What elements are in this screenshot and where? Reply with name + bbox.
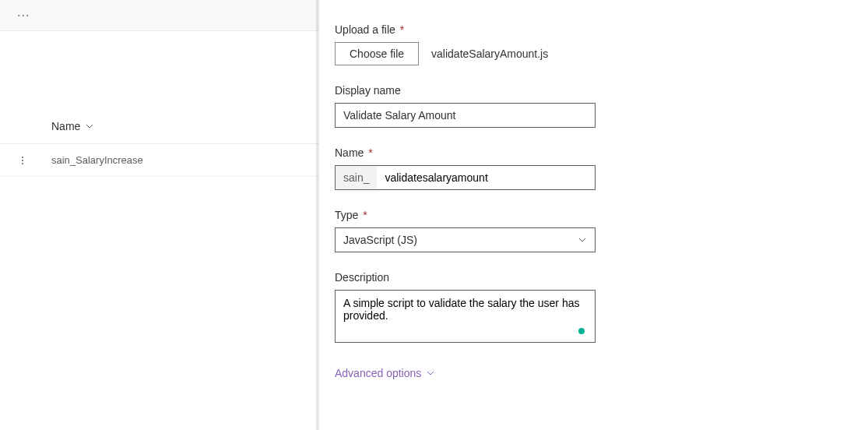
description-textarea[interactable] xyxy=(335,290,596,343)
display-name-field: Display name xyxy=(335,84,596,128)
type-field: Type * JavaScript (JS) xyxy=(335,209,596,252)
column-header-name[interactable]: Name xyxy=(0,109,319,144)
name-input[interactable] xyxy=(377,166,595,189)
required-marker: * xyxy=(363,209,367,221)
required-marker: * xyxy=(400,23,404,36)
upload-field: Upload a file * Choose file validateSala… xyxy=(335,23,596,65)
background-list-panel: ··· Name sain_SalaryIncrease xyxy=(0,0,319,430)
chevron-down-icon xyxy=(85,122,94,131)
description-field: Description xyxy=(335,271,596,345)
table-row[interactable]: sain_SalaryIncrease xyxy=(0,144,319,177)
svg-point-2 xyxy=(22,163,23,164)
type-selected-value: JavaScript (JS) xyxy=(343,234,417,246)
advanced-options-label: Advanced options xyxy=(335,367,421,379)
side-panel: Upload a file * Choose file validateSala… xyxy=(319,0,868,430)
name-field: Name * sain_ xyxy=(335,146,596,190)
row-more-button[interactable] xyxy=(17,155,51,166)
row-name-cell: sain_SalaryIncrease xyxy=(51,154,143,166)
command-bar: ··· xyxy=(0,0,319,31)
description-label: Description xyxy=(335,271,596,284)
type-select[interactable]: JavaScript (JS) xyxy=(335,227,596,252)
svg-point-0 xyxy=(22,157,23,158)
name-label: Name * xyxy=(335,146,596,159)
display-name-input[interactable] xyxy=(335,103,596,128)
display-name-label: Display name xyxy=(335,84,596,97)
required-marker: * xyxy=(368,146,372,159)
choose-file-button[interactable]: Choose file xyxy=(335,42,419,65)
more-commands-button[interactable]: ··· xyxy=(17,9,30,22)
chevron-down-icon xyxy=(578,235,587,245)
svg-point-1 xyxy=(22,160,23,161)
advanced-options-toggle[interactable]: Advanced options xyxy=(335,367,435,379)
chevron-down-icon xyxy=(426,368,435,378)
selected-filename: validateSalaryAmount.js xyxy=(431,48,548,60)
name-prefix: sain_ xyxy=(336,166,377,189)
column-header-label: Name xyxy=(51,120,80,132)
grammar-indicator-icon xyxy=(578,328,585,334)
upload-label: Upload a file * xyxy=(335,23,596,36)
type-label: Type * xyxy=(335,209,596,221)
